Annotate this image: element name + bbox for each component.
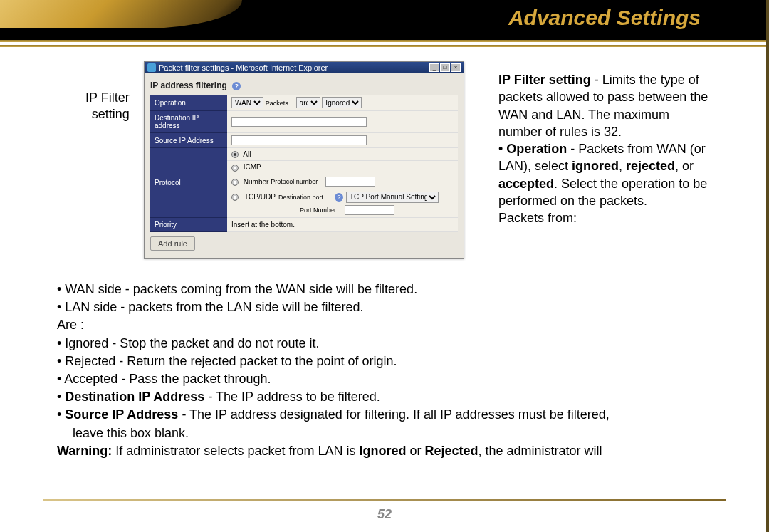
desc-p2-last: Packets from:: [498, 211, 577, 225]
figure-caption: IP Filter setting: [85, 90, 130, 122]
browser-body: IP address filtering ? Operation WAN Pac…: [145, 73, 464, 258]
body-l4: • Ignored - Stop the packet and do not r…: [57, 335, 712, 353]
desc-rejected: rejected: [626, 159, 675, 173]
src-ip-label: Source IP Address: [150, 133, 227, 148]
body-l6: • Accepted - Pass the packet through.: [57, 370, 712, 388]
protocol-icmp-radio[interactable]: [231, 165, 239, 172]
top-banner: Advanced Settings: [0, 0, 769, 40]
page-number: 52: [0, 507, 769, 522]
hr-top-2: [0, 45, 769, 47]
caption-line2: setting: [92, 107, 130, 121]
titlebar: Packet filter settings - Microsoft Inter…: [145, 62, 464, 73]
protocol-all-radio[interactable]: [231, 151, 239, 158]
footer-rule: [43, 499, 726, 501]
src-ip-b: Source IP Address: [65, 407, 178, 422]
dest-port-help-icon[interactable]: ?: [335, 193, 343, 202]
dest-ip-input[interactable]: [231, 117, 367, 127]
browser-window: Packet filter settings - Microsoft Inter…: [144, 61, 464, 259]
priority-label: Priority: [150, 217, 227, 231]
protocol-label: Protocol: [150, 148, 227, 218]
protocol-icmp-text: ICMP: [244, 163, 261, 171]
protocol-all-row: All: [227, 148, 458, 161]
minimize-button[interactable]: _: [429, 63, 439, 72]
operation-are-select[interactable]: are: [296, 97, 320, 108]
gold-swoosh-decoration: [0, 0, 242, 28]
desc-heading: IP Filter setting: [498, 73, 591, 87]
operation-field: WAN Packets are Ignored: [227, 95, 458, 111]
operation-between: Packets: [266, 100, 288, 107]
port-number-sublabel: Port Number: [300, 207, 336, 214]
help-icon[interactable]: ?: [232, 82, 241, 90]
port-number-input[interactable]: [345, 205, 394, 215]
caption-line1: IP Filter: [85, 90, 130, 105]
protocol-number-text: Number: [244, 177, 269, 185]
bullet: •: [498, 142, 506, 156]
protocol-number-input[interactable]: [325, 177, 375, 187]
body-l3: Are :: [57, 316, 712, 334]
priority-text: Insert at the bottom.: [227, 217, 458, 231]
body-l1: • WAN side - packets coming from the WAN…: [57, 281, 712, 298]
operation-label: Operation: [150, 95, 227, 111]
body-l8-indent: leave this box blank.: [57, 424, 712, 442]
dest-ip-b: Destination IP Address: [65, 390, 204, 404]
ie-icon: [147, 63, 156, 72]
operation-from-select[interactable]: WAN: [231, 97, 263, 108]
right-edge-bar: [766, 0, 769, 532]
tcp-port-setting-select[interactable]: TCP Port Manual Setting: [346, 192, 439, 203]
protocol-number-sublabel: Protocol number: [271, 178, 318, 185]
dest-ip-label: Destination IP address: [150, 111, 227, 133]
body-text: • WAN side - packets coming from the WAN…: [57, 281, 712, 460]
hr-top-1: [0, 40, 769, 42]
window-title: Packet filter settings - Microsoft Inter…: [159, 63, 328, 72]
desc-ignored: ignored: [572, 159, 619, 173]
warning-b: Warning:: [57, 444, 112, 458]
protocol-all-text: All: [243, 150, 251, 158]
ip-filter-form: Operation WAN Packets are Ignored Destin…: [150, 95, 458, 232]
page-title: Advanced Settings: [508, 6, 701, 30]
section-title: IP address filtering: [150, 80, 227, 90]
operation-action-select[interactable]: Ignored: [322, 97, 362, 108]
protocol-tcpudp-text: TCP/UDP: [244, 193, 276, 201]
body-l5: • Rejected - Return the rejected packet …: [57, 353, 712, 370]
body-l2: • LAN side - packets from the LAN side w…: [57, 298, 712, 316]
section-header: IP address filtering ?: [150, 78, 458, 95]
desc-operation: Operation: [506, 142, 567, 156]
protocol-tcpudp-radio[interactable]: [231, 194, 239, 201]
maximize-button[interactable]: □: [440, 63, 450, 72]
dest-port-sublabel: Destination port: [278, 194, 323, 201]
right-description: IP Filter setting - Limits the type of p…: [498, 71, 712, 227]
protocol-number-radio[interactable]: [231, 179, 239, 186]
add-rule-button[interactable]: Add rule: [150, 236, 195, 251]
close-button[interactable]: ×: [451, 63, 461, 72]
src-ip-input[interactable]: [231, 135, 367, 145]
desc-accepted: accepted: [498, 177, 554, 191]
